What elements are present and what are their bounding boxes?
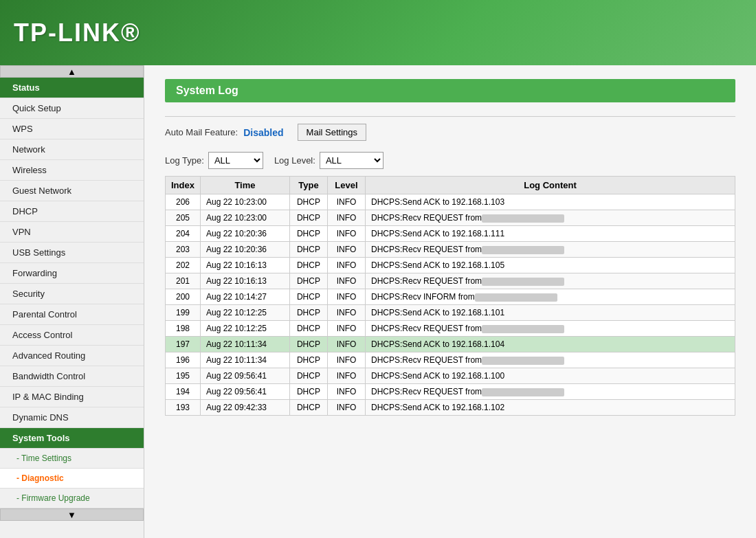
mail-settings-button[interactable]: Mail Settings — [298, 124, 366, 141]
blurred-ip — [482, 325, 564, 333]
cell-content: DHCPS:Recv REQUEST from — [365, 242, 735, 258]
cell-index: 202 — [166, 258, 201, 273]
cell-level: INFO — [327, 384, 365, 400]
table-row: 198Aug 22 10:12:25DHCPINFODHCPS:Recv REQ… — [166, 321, 735, 337]
table-row: 202Aug 22 10:16:13DHCPINFODHCPS:Send ACK… — [166, 258, 735, 273]
cell-type: DHCP — [289, 194, 327, 210]
sidebar-item-time-settings[interactable]: - Time Settings — [0, 449, 144, 469]
sidebar-item-guest-network[interactable]: Guest Network — [0, 181, 144, 201]
cell-content: DHCPS:Send ACK to 192.168.1.104 — [365, 337, 735, 352]
sidebar-item-quick-setup[interactable]: Quick Setup — [0, 98, 144, 119]
blurred-ip — [482, 278, 564, 286]
cell-type: DHCP — [289, 305, 327, 321]
sidebar-scroll-up[interactable]: ▲ — [0, 65, 144, 78]
sidebar-item-wps[interactable]: WPS — [0, 119, 144, 139]
sidebar-item-vpn[interactable]: VPN — [0, 222, 144, 243]
col-header-index: Index — [166, 177, 201, 194]
cell-index: 196 — [166, 352, 201, 368]
table-row: 205Aug 22 10:23:00DHCPINFODHCPS:Recv REQ… — [166, 210, 735, 226]
sidebar-item-access-control[interactable]: Access Control — [0, 325, 144, 346]
auto-mail-row: Auto Mail Feature: Disabled Mail Setting… — [165, 124, 735, 141]
table-row: 193Aug 22 09:42:33DHCPINFODHCPS:Send ACK… — [166, 400, 735, 416]
content-area: System Log Auto Mail Feature: Disabled M… — [144, 65, 756, 538]
cell-content: DHCPS:Send ACK to 192.168.1.102 — [365, 400, 735, 416]
cell-time: Aug 22 10:20:36 — [200, 226, 289, 242]
sidebar-item-advanced-routing[interactable]: Advanced Routing — [0, 346, 144, 366]
cell-index: 193 — [166, 400, 201, 416]
sidebar-item-status[interactable]: Status — [0, 78, 144, 98]
cell-level: INFO — [327, 305, 365, 321]
log-type-select[interactable]: ALLDHCPSystemFirewall — [208, 152, 263, 169]
cell-type: DHCP — [289, 368, 327, 384]
table-row: 195Aug 22 09:56:41DHCPINFODHCPS:Send ACK… — [166, 368, 735, 384]
cell-level: INFO — [327, 210, 365, 226]
sidebar-item-wireless[interactable]: Wireless — [0, 160, 144, 181]
blurred-ip — [482, 214, 564, 223]
cell-time: Aug 22 10:20:36 — [200, 242, 289, 258]
cell-content: DHCPS:Recv REQUEST from — [365, 384, 735, 400]
cell-content: DHCPS:Recv REQUEST from — [365, 352, 735, 368]
cell-time: Aug 22 10:23:00 — [200, 210, 289, 226]
cell-content: DHCPS:Recv REQUEST from — [365, 273, 735, 289]
log-table: IndexTimeTypeLevelLog Content 206Aug 22 … — [165, 176, 735, 416]
cell-type: DHCP — [289, 400, 327, 416]
sidebar-item-security[interactable]: Security — [0, 284, 144, 304]
col-header-type: Type — [289, 177, 327, 194]
cell-level: INFO — [327, 289, 365, 305]
cell-time: Aug 22 10:12:25 — [200, 321, 289, 337]
cell-level: INFO — [327, 337, 365, 352]
table-row: 204Aug 22 10:20:36DHCPINFODHCPS:Send ACK… — [166, 226, 735, 242]
cell-index: 204 — [166, 226, 201, 242]
cell-time: Aug 22 09:56:41 — [200, 384, 289, 400]
cell-index: 194 — [166, 384, 201, 400]
cell-level: INFO — [327, 273, 365, 289]
cell-type: DHCP — [289, 226, 327, 242]
cell-type: DHCP — [289, 321, 327, 337]
col-header-log content: Log Content — [365, 177, 735, 194]
sidebar-item-network[interactable]: Network — [0, 139, 144, 160]
cell-time: Aug 22 10:11:34 — [200, 337, 289, 352]
table-row: 197Aug 22 10:11:34DHCPINFODHCPS:Send ACK… — [166, 337, 735, 352]
sidebar-item-dynamic-dns[interactable]: Dynamic DNS — [0, 407, 144, 428]
cell-level: INFO — [327, 352, 365, 368]
sidebar-item-dhcp[interactable]: DHCP — [0, 201, 144, 222]
blurred-ip — [482, 357, 564, 365]
cell-time: Aug 22 09:42:33 — [200, 400, 289, 416]
cell-level: INFO — [327, 258, 365, 273]
cell-content: DHCPS:Recv REQUEST from — [365, 210, 735, 226]
table-row: 206Aug 22 10:23:00DHCPINFODHCPS:Send ACK… — [166, 194, 735, 210]
sidebar: ▲StatusQuick SetupWPSNetworkWirelessGues… — [0, 65, 144, 538]
cell-time: Aug 22 10:23:00 — [200, 194, 289, 210]
log-type-group: Log Type: ALLDHCPSystemFirewall — [165, 152, 263, 169]
sidebar-item-usb-settings[interactable]: USB Settings — [0, 243, 144, 263]
blurred-ip — [475, 293, 557, 302]
sidebar-item-parental-control[interactable]: Parental Control — [0, 304, 144, 325]
cell-index: 198 — [166, 321, 201, 337]
main-layout: ▲StatusQuick SetupWPSNetworkWirelessGues… — [0, 65, 756, 538]
table-row: 201Aug 22 10:16:13DHCPINFODHCPS:Recv REQ… — [166, 273, 735, 289]
col-header-level: Level — [327, 177, 365, 194]
table-row: 199Aug 22 10:12:25DHCPINFODHCPS:Send ACK… — [166, 305, 735, 321]
sidebar-item-forwarding[interactable]: Forwarding — [0, 263, 144, 284]
sidebar-item-diagnostic[interactable]: - Diagnostic — [0, 469, 144, 489]
cell-time: Aug 22 10:12:25 — [200, 305, 289, 321]
cell-content: DHCPS:Send ACK to 192.168.1.105 — [365, 258, 735, 273]
cell-content: DHCPS:Send ACK to 192.168.1.101 — [365, 305, 735, 321]
cell-type: DHCP — [289, 210, 327, 226]
cell-type: DHCP — [289, 273, 327, 289]
sidebar-item-system-tools[interactable]: System Tools — [0, 428, 144, 449]
logo: TP-LINK® — [14, 19, 141, 47]
cell-time: Aug 22 10:16:13 — [200, 258, 289, 273]
log-level-select[interactable]: ALLINFOWARNINGERROR — [320, 152, 383, 169]
log-controls: Log Type: ALLDHCPSystemFirewall Log Leve… — [165, 152, 735, 169]
col-header-time: Time — [200, 177, 289, 194]
table-row: 196Aug 22 10:11:34DHCPINFODHCPS:Recv REQ… — [166, 352, 735, 368]
sidebar-scroll-down[interactable]: ▼ — [0, 508, 144, 521]
sidebar-item-ip-mac-binding[interactable]: IP & MAC Binding — [0, 387, 144, 407]
sidebar-item-bandwidth-control[interactable]: Bandwidth Control — [0, 366, 144, 387]
table-row: 194Aug 22 09:56:41DHCPINFODHCPS:Recv REQ… — [166, 384, 735, 400]
cell-level: INFO — [327, 226, 365, 242]
page-title: System Log — [165, 79, 735, 102]
sidebar-item-firmware-upgrade[interactable]: - Firmware Upgrade — [0, 489, 144, 508]
log-level-label: Log Level: — [274, 155, 315, 166]
